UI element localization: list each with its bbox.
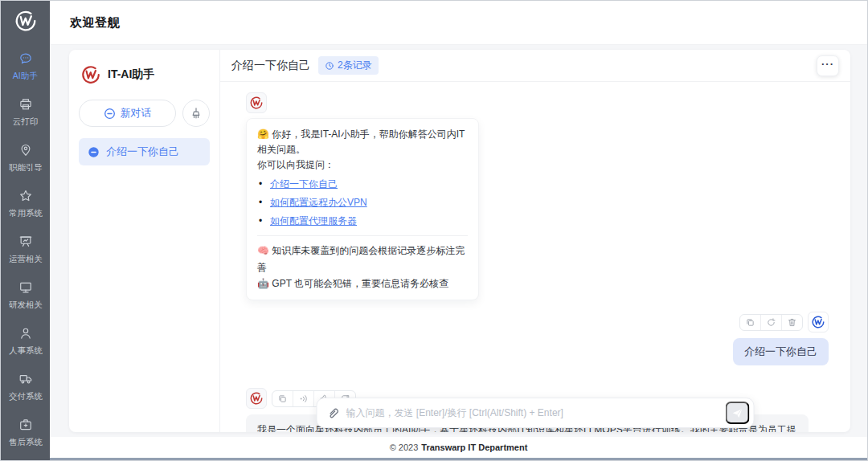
sidebar-item-label: AI助手 [13,70,38,81]
message-input-bar [317,398,755,428]
new-chat-button[interactable]: 新对话 [79,100,176,127]
suggested-question-link[interactable]: 介绍一下你自己 [270,178,338,190]
transwarp-logo-red-icon [80,64,101,85]
page-title: 欢迎登舰 [70,15,120,31]
sidebar-item-hr[interactable]: 人事系统 [1,319,50,365]
assistant-avatar [246,92,267,113]
person-icon [18,326,33,341]
chat-bubble-filled-icon [88,146,100,158]
transwarp-logo-icon [14,9,38,33]
suggested-questions-list: 介绍一下你自己 如何配置远程办公VPN 如何配置代理服务器 [257,177,468,230]
user-message-bubble: 介绍一下你自己 [733,338,829,365]
app-title: IT-AI助手 [108,67,154,82]
kit-box-icon [18,418,33,432]
user-message-block: 介绍一下你自己 [246,312,829,365]
send-button[interactable] [726,402,750,424]
bottom-edge-strip [50,458,867,460]
app-sidebar: AI助手 云打印 职能引导 常用系统 运营相关 [1,1,50,460]
broom-icon [190,107,203,120]
chat-title: 介绍一下你自己 [231,59,310,73]
person-pin-icon [18,143,33,157]
conversation-panel: IT-AI助手 新对话 [69,50,220,432]
list-item: 介绍一下你自己 [257,177,468,192]
copy-icon[interactable] [272,391,293,406]
truck-icon [18,372,33,386]
sidebar-item-label: 职能引导 [9,161,43,173]
sidebar-item-rnd[interactable]: 研发相关 [1,273,50,319]
message-input[interactable] [346,407,719,418]
list-item: 如何配置代理服务器 [257,214,468,229]
main-area: 欢迎登舰 IT-AI助手 [50,1,867,460]
conversation-list-item[interactable]: 介绍一下你自己 [79,138,210,165]
welcome-note-2: 🤖 GPT 也可能会犯错，重要信息请务必核查 [257,275,468,292]
new-chat-label: 新对话 [121,106,152,120]
welcome-note-1: 🧠 知识库未覆盖到的问题会根据记录逐步标注完善 [257,243,468,275]
sidebar-item-delivery[interactable]: 交付系统 [1,365,50,410]
sidebar-item-label: 运营相关 [9,253,43,264]
sidebar-item-label: 常用系统 [9,207,43,218]
record-count-label: 2条记录 [338,59,372,72]
list-item: 如何配置远程办公VPN [257,195,468,210]
conversation-title: 介绍一下你自己 [106,145,179,159]
sidebar-item-cloud-print[interactable]: 云打印 [1,90,50,136]
assistant-welcome-message: 🤗 你好，我是IT-AI小助手，帮助你解答公司内IT相关问题。 你可以向我提问：… [246,118,479,300]
welcome-prompt: 你可以向我提问： [257,157,468,173]
content-area: IT-AI助手 新对话 [50,45,867,437]
sidebar-item-role-guidance[interactable]: 职能引导 [1,136,50,182]
sidebar-item-label: 云打印 [13,116,38,127]
user-message-actions [739,314,803,331]
chat-dots-icon [18,51,33,66]
chat-minus-icon [104,108,116,120]
app-brand: IT-AI助手 [79,63,210,100]
attach-file-icon[interactable] [327,406,340,419]
copy-icon[interactable] [740,315,760,330]
clear-conversations-button[interactable] [182,100,210,127]
suggested-question-link[interactable]: 如何配置远程办公VPN [270,197,367,208]
assistant-avatar [246,388,267,409]
user-avatar [808,312,829,332]
chat-area: 介绍一下你自己 2条记录 ··· [220,50,850,432]
regenerate-icon[interactable] [760,315,781,330]
sidebar-item-label: 交付系统 [9,390,43,402]
more-options-button[interactable]: ··· [817,55,839,76]
sidebar-item-label: 售后系统 [9,436,43,447]
divider [257,235,468,236]
record-count-badge: 2条记录 [318,56,379,75]
sidebar-item-aftersales[interactable]: 售后系统 [1,410,50,456]
footer-org: Transwarp IT Department [421,443,527,452]
suggested-question-link[interactable]: 如何配置代理服务器 [270,215,357,226]
clock-icon [325,61,334,71]
presentation-board-icon [18,235,33,249]
assistant-card: IT-AI助手 新对话 [69,50,850,432]
topbar: 欢迎登舰 [50,1,867,45]
footer: © 2023 Transwarp IT Department [50,437,867,458]
footer-copyright: © 2023 [390,443,419,452]
printer-icon [18,97,33,112]
chat-header: 介绍一下你自己 2条记录 ··· [220,50,850,82]
read-aloud-icon[interactable] [293,391,313,406]
sidebar-item-label: 人事系统 [9,345,43,356]
sidebar-item-common-systems[interactable]: 常用系统 [1,182,50,227]
sidebar-item-ai-assistant[interactable]: AI助手 [1,44,50,90]
delete-icon[interactable] [781,315,802,330]
sidebar-item-operations[interactable]: 运营相关 [1,227,50,273]
welcome-greeting: 🤗 你好，我是IT-AI小助手，帮助你解答公司内IT相关问题。 [257,127,468,157]
sidebar-item-label: 研发相关 [9,299,43,310]
chat-body: 🤗 你好，我是IT-AI小助手，帮助你解答公司内IT相关问题。 你可以向我提问：… [220,82,850,432]
star-icon [18,189,33,203]
monitor-icon [18,280,33,295]
